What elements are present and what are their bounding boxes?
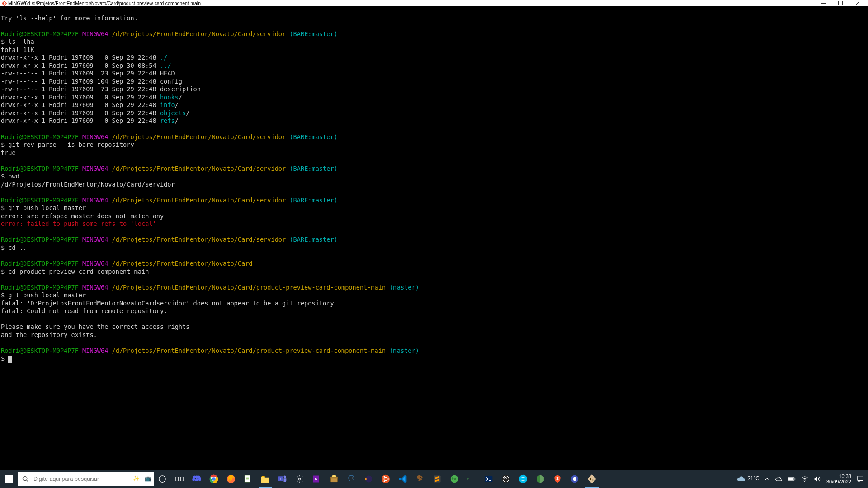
- prompt-dollar: $: [1, 355, 5, 362]
- prompt-path: /d/Projetos/FrontEndMentor/Novato/Card: [112, 260, 253, 267]
- app-circle-icon[interactable]: [566, 470, 583, 488]
- start-button[interactable]: [0, 470, 18, 488]
- output-line: drwxr-xr-x 1 Rodri 197609 0 Sep 29 22:48: [1, 117, 160, 124]
- app-ubuntu-icon[interactable]: [377, 470, 394, 488]
- svg-rect-46: [788, 478, 793, 480]
- prompt-path: /d/Projetos/FrontEndMentor/Novato/Card/s…: [112, 133, 286, 141]
- svg-point-5: [23, 476, 27, 480]
- output-line: fatal: Could not read from remote reposi…: [1, 307, 167, 314]
- dir-entry: objects: [160, 109, 186, 117]
- search-input[interactable]: [33, 471, 130, 487]
- taskbar: ✨ 📺 T N >_: [0, 470, 868, 488]
- app-brave-icon[interactable]: [549, 470, 566, 488]
- app-webex-icon[interactable]: [514, 470, 532, 488]
- app-eclipse-icon[interactable]: [360, 470, 377, 488]
- notifications-icon[interactable]: [854, 470, 866, 488]
- svg-line-6: [26, 480, 28, 482]
- clock-date: 30/09/2022: [826, 479, 851, 484]
- app-settings-icon[interactable]: [291, 470, 308, 488]
- output-line: drwxr-xr-x 1 Rodri 197609 0 Sep 29 22:48: [1, 54, 160, 61]
- app-discord-icon[interactable]: [188, 470, 205, 488]
- prompt-path: /d/Projetos/FrontEndMentor/Novato/Card/s…: [112, 197, 286, 204]
- output-line: and the repository exists.: [1, 331, 97, 338]
- svg-point-47: [804, 481, 805, 482]
- svg-point-42: [573, 477, 576, 481]
- dir-entry: info: [160, 101, 175, 108]
- prompt-branch: (master): [389, 347, 419, 354]
- window-title: MINGW64:/d/Projetos/FrontEndMentor/Novat…: [8, 0, 201, 6]
- svg-rect-3: [5, 479, 9, 483]
- clock[interactable]: 10:33 30/09/2022: [824, 470, 854, 488]
- minimize-button[interactable]: [815, 0, 832, 6]
- search-box[interactable]: ✨ 📺: [18, 472, 154, 486]
- prompt-user: Rodri@DESKTOP-M0P4P7F: [1, 30, 79, 38]
- taskview-button[interactable]: [171, 470, 188, 488]
- svg-point-33: [420, 477, 421, 478]
- app-teams-icon[interactable]: T: [274, 470, 291, 488]
- prompt-branch: (BARE:master): [289, 165, 337, 172]
- titlebar[interactable]: MINGW64:/d/Projetos/FrontEndMentor/Novat…: [0, 0, 868, 6]
- prompt-path: /d/Projetos/FrontEndMentor/Novato/Card/s…: [112, 165, 286, 172]
- app-powershell-icon[interactable]: [480, 470, 497, 488]
- app-sublime-icon[interactable]: [429, 470, 446, 488]
- app-vscode-icon[interactable]: [394, 470, 411, 488]
- app-firefox-icon[interactable]: [222, 470, 240, 488]
- prompt-env: MINGW64: [82, 133, 108, 141]
- weather-widget[interactable]: 21°C: [734, 470, 762, 488]
- prompt-path: /d/Projetos/FrontEndMentor/Novato/Card/s…: [112, 236, 286, 243]
- app-window: MINGW64:/d/Projetos/FrontEndMentor/Novat…: [0, 0, 868, 488]
- app-chrome-icon[interactable]: [205, 470, 222, 488]
- svg-text:>_: >_: [467, 476, 472, 481]
- prompt-user: Rodri@DESKTOP-M0P4P7F: [1, 284, 79, 291]
- prompt-branch: (BARE:master): [289, 236, 337, 243]
- command-line: $ git push local master: [1, 291, 86, 299]
- svg-rect-15: [245, 475, 250, 482]
- output-line: -rw-r--r-- 1 Rodri 197609 23 Sep 29 22:4…: [1, 70, 175, 77]
- tray-cloud-icon[interactable]: [773, 470, 784, 488]
- svg-rect-1: [5, 475, 9, 479]
- output-line: -rw-r--r-- 1 Rodri 197609 73 Sep 29 22:4…: [1, 85, 201, 93]
- app-notepadpp-icon[interactable]: [240, 470, 257, 488]
- prompt-path: /d/Projetos/FrontEndMentor/Novato/Card/s…: [112, 30, 286, 38]
- prompt-env: MINGW64: [82, 165, 108, 172]
- app-gitbash-icon[interactable]: [583, 470, 600, 488]
- app-dbeaver-icon[interactable]: [411, 470, 429, 488]
- prompt-user: Rodri@DESKTOP-M0P4P7F: [1, 260, 79, 267]
- app-globe-icon[interactable]: [446, 470, 463, 488]
- close-button[interactable]: [849, 0, 866, 6]
- system-tray: 21°C 10:33 30/09/2022: [734, 470, 868, 488]
- prompt-user: Rodri@DESKTOP-M0P4P7F: [1, 236, 79, 243]
- tray-wifi-icon[interactable]: [799, 470, 811, 488]
- cortana-button[interactable]: [154, 470, 171, 488]
- tray-volume-icon[interactable]: [811, 470, 823, 488]
- app-winrar-icon[interactable]: [326, 470, 343, 488]
- app-explorer-icon[interactable]: [257, 470, 274, 488]
- svg-rect-34: [434, 476, 441, 483]
- prompt-branch: (master): [389, 284, 419, 291]
- svg-point-32: [383, 480, 385, 482]
- tray-battery-icon[interactable]: [785, 470, 798, 488]
- app-onenote-icon[interactable]: N: [308, 470, 326, 488]
- prompt-user: Rodri@DESKTOP-M0P4P7F: [1, 197, 79, 204]
- slash: /: [179, 94, 182, 101]
- terminal[interactable]: Try 'ls --help' for more information. Ro…: [0, 6, 868, 470]
- app-postgres-icon[interactable]: [343, 470, 360, 488]
- output-line: Please make sure you have the correct ac…: [1, 323, 189, 330]
- svg-point-25: [352, 478, 353, 479]
- app-obs-icon[interactable]: [497, 470, 514, 488]
- search-icon: [18, 476, 33, 483]
- app-run-icon[interactable]: >_: [463, 470, 480, 488]
- svg-rect-9: [178, 477, 180, 481]
- output-line: error: src refspec master does not match…: [1, 212, 164, 220]
- tray-chevron-up-icon[interactable]: [763, 470, 772, 488]
- app-node-icon[interactable]: [532, 470, 549, 488]
- prompt-user: Rodri@DESKTOP-M0P4P7F: [1, 133, 79, 141]
- command-line: $ cd ..: [1, 244, 27, 251]
- prompt-env: MINGW64: [82, 197, 108, 204]
- prompt-branch: (BARE:master): [289, 30, 337, 38]
- output-line: drwxr-xr-x 1 Rodri 197609 0 Sep 29 22:48: [1, 109, 160, 117]
- svg-rect-2: [9, 475, 13, 479]
- maximize-button[interactable]: [832, 0, 849, 6]
- taskbar-apps: T N >_: [154, 470, 600, 488]
- svg-point-24: [350, 478, 351, 479]
